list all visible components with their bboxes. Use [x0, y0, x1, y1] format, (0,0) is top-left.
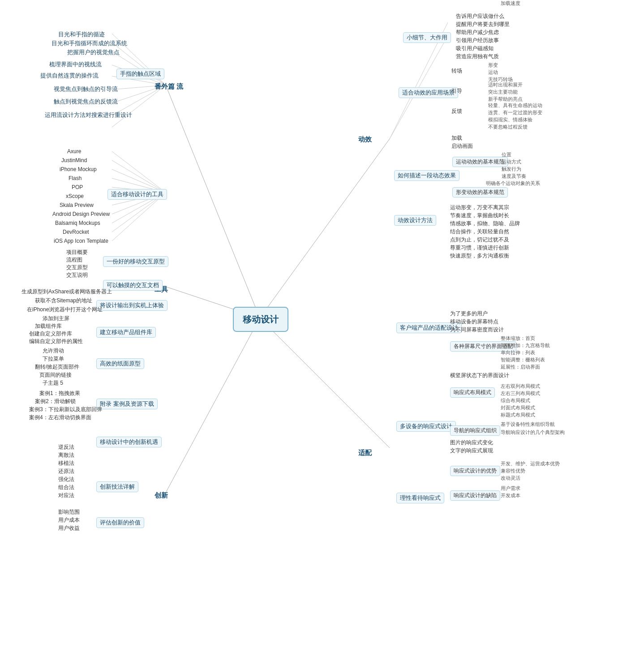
youshi-kaifa: 开发、维护、运营成本优势 — [501, 460, 560, 467]
shejishuchu-shengcheng: 生成原型到AxShare或者网络服务器上 — [21, 288, 112, 296]
buju-fengmian: 封面式布局模式 — [501, 404, 535, 411]
anli-2: 案例2：滑动解锁 — [35, 398, 76, 405]
dongxiao-zhuanchang: 转场 — [451, 67, 462, 75]
kehuduan-pingmu-midu: 为不同屏幕密度而设计 — [450, 326, 504, 334]
node-daohang-xiangying: 导航的响应式组织 — [450, 425, 500, 436]
node-shouzhi-quyv: 手指的触点区域 — [116, 69, 164, 79]
node-shih-gongju: 适合移动设计的工具 — [107, 189, 167, 200]
yundong-mingque: 明确各个运动对象的关系 — [486, 180, 540, 187]
node-shih-dongxiao: 适合动效的应用场景 — [399, 87, 458, 98]
dongxiao-yindao: 引导 — [451, 87, 462, 95]
node-zujianku: 建立移动产品组件库 — [96, 327, 156, 338]
duoshebei-wenzi: 文字的响应式展现 — [450, 447, 493, 455]
jifa-duiying: 对应法 — [58, 492, 74, 499]
jifa-zuhe: 组合法 — [58, 484, 74, 491]
quexian-yonghu: 用户需求 — [501, 485, 520, 492]
svg-line-4 — [260, 318, 390, 448]
branch-chuangxin: 创新 — [155, 490, 168, 500]
anli-3: 案例3：下拉刷新以及底部回弹 — [29, 406, 102, 413]
zhuanchang-yundong: 运动 — [488, 69, 498, 76]
kehuduan-hengsu: 横竖屏状态下的界面设计 — [450, 372, 509, 379]
jifa-yizhi: 移植法 — [58, 460, 74, 467]
jifa-nifan: 逆反法 — [58, 443, 74, 451]
quexian-kaifa: 开发成本 — [501, 492, 520, 499]
xiaoxi-xiyinchujiao: 吸引用户磁感知 — [456, 45, 494, 52]
center-node: 移动设计 — [233, 307, 288, 332]
yuanxing-liuchengtu: 流程图 — [66, 256, 82, 264]
node-xiaoxi-dazuoyong: 小细节、大作用 — [403, 32, 451, 43]
node-xiangying-buju: 响应式布局模式 — [450, 387, 495, 398]
tool-pop: POP — [72, 184, 83, 191]
yuanxing-jiaohuShuoming: 交互说明 — [66, 271, 88, 279]
node-chuangxinjiyv: 移动设计中的创新机遇 — [96, 437, 162, 447]
yundong-weizhi: 位置 — [502, 151, 511, 158]
yuanxing-jiaohuyuanxing: 交互原型 — [66, 264, 88, 271]
dongxiao-jiazai: 加载 — [451, 134, 462, 142]
node-xiangying-quexian: 响应式设计的缺陷 — [450, 490, 500, 501]
node-shijiao-jiaodian: 把握用户的视觉焦点 — [67, 48, 120, 56]
node-xiangying-youshi: 响应式设计的优势 — [450, 466, 500, 476]
pinggu-yonghu-shouyi: 用户收益 — [58, 524, 80, 532]
xiaoxi-yingzaoquqi: 营造应用独有气质 — [456, 53, 499, 60]
fangfa-zunzhong: 尊重习惯，谨慎进行创新 — [450, 244, 509, 252]
tool-android-preview: Android Design Preview — [52, 211, 110, 218]
youshi-jianhong: 兼容性优势 — [501, 468, 525, 474]
shejishuchu-iphone: 在iPhone浏览器中打开这个网址 — [27, 306, 103, 314]
anli-1: 案例1：拖拽效果 — [39, 390, 80, 397]
duoshebei-tupian: 图片的响应式变化 — [450, 439, 493, 447]
buju-zonghe: 综合布局模式 — [501, 397, 530, 404]
tool-axure: Axure — [67, 148, 81, 155]
node-chuandian: 提供自然连贯的操作流 — [40, 72, 99, 80]
tool-ios-icon: iOS App Icon Template — [54, 237, 108, 245]
fangfa-diandaowei: 点到为止，切记过犹不及 — [450, 236, 509, 244]
yindao-shishi: 适时出现和展开 — [488, 82, 523, 88]
zujianku-jiazai: 加载组件库 — [35, 322, 62, 330]
node-shejishuchu: 将设计输出到实机上体验 — [96, 300, 167, 311]
xiaoxi-jianshao: 帮助用户减少焦虑 — [456, 29, 499, 36]
node-lixing-xiangying: 理性看待响应式 — [396, 493, 444, 503]
xiaoxi-tiixing: 提醒用户将要去到哪里 — [456, 21, 510, 28]
dongxiao-qidong: 启动画面 — [451, 142, 473, 150]
node-miaoshu-dongxiao: 如何描述一段动态效果 — [394, 170, 459, 181]
kehuduan-pingmu-tedian: 移动设备的屏幕特点 — [450, 318, 498, 326]
node-chuangxinjifa: 创新技法详解 — [96, 481, 138, 492]
node-liufa-sousuo: 运用流设计方法对搜索进行重设计 — [45, 111, 132, 119]
tool-skala: Skala Preview — [60, 202, 94, 209]
node-xunhuan: 目光和手指循环而成的流系统 — [52, 39, 127, 47]
jifa-huanyuan: 还原法 — [58, 468, 74, 475]
zujianku-chuangjian: 创建自定义部件库 — [29, 330, 72, 338]
gezi-zhengti: 整体缩放：首页 — [501, 335, 535, 342]
gaoxiao-yunxuhudong: 允许滑动 — [43, 347, 64, 355]
mindmap-container: 移动设计 番外篇 流 目光和手指的循迹 目光和手指循环而成的流系统 把握用户的视… — [0, 0, 644, 653]
node-jiaohuyuanxing: 一份好的移动交互原型 — [103, 256, 168, 267]
pinggu-yonghu-chengben: 用户成本 — [58, 516, 80, 524]
shejishuchu-sitemap: 获取不含Sitemap的地址 — [35, 297, 92, 305]
fangfa-qingganjushi: 情感故事，拟物、隐喻、品牌 — [450, 220, 520, 228]
gezi-zhineng: 智能调整：栅格列表 — [501, 357, 545, 363]
node-shijue-liucheng: 梳理界面中的视线流 — [49, 60, 102, 69]
tool-justinmind: JustinMind — [61, 157, 87, 164]
yundong-chufaxingwei: 触发行为 — [502, 166, 521, 172]
tool-balsamiq: Balsamiq Mockups — [55, 219, 100, 227]
fankui-qingliang: 轻量、具有生命感的运动 — [488, 102, 542, 109]
gaoxiao-xialaicaidan: 下拉菜单 — [43, 355, 64, 363]
zujianku-bianji: 编辑自定义部件的属性 — [29, 338, 83, 345]
gezi-danlie: 单向拉伸：列表 — [501, 349, 535, 356]
jifa-qianghua: 强化法 — [58, 476, 74, 483]
svg-line-2 — [166, 318, 260, 493]
yindao-tuchu: 突出主要功能 — [488, 89, 518, 95]
daohang-jiyu: 基于设备特性来组织导航 — [501, 421, 555, 428]
tool-devrocket: DevRocket — [63, 228, 89, 236]
tool-xscope: xScope — [66, 193, 84, 200]
fangfa-jiezou: 节奏速度，掌握曲线时长 — [450, 212, 509, 219]
node-shijue-daoyin: 视觉焦点到触点的引导流 — [54, 85, 118, 93]
gezi-jianJu: 间距增加：九宫格导航 — [501, 342, 550, 349]
node-shijiao-zhuizong: 目光和手指的循迹 — [58, 30, 105, 39]
dongxiao-fankui: 反馈 — [451, 107, 462, 115]
fangfa-kuaisu: 快速原型，多方沟通权衡 — [450, 252, 509, 260]
node-dongxiao-fangfa: 动效设计方法 — [394, 215, 436, 226]
buju-zuoyoushuanglie: 左右双列布局模式 — [501, 383, 540, 390]
svg-line-14 — [112, 151, 166, 193]
daohang-jige: 导航响应设计的几个典型架构 — [501, 429, 565, 436]
jifa-lisan: 离散法 — [58, 451, 74, 459]
